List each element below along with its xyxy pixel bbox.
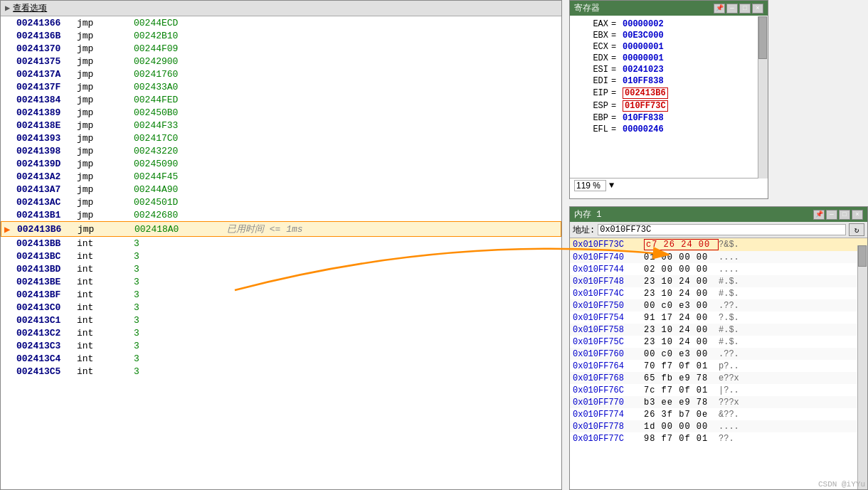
row-mnemonic: jmp xyxy=(77,18,134,28)
mem-row-address: 0x010FF73C xyxy=(573,240,644,250)
disasm-row[interactable]: 002413C2int3 xyxy=(1,326,561,339)
mem-scrollbar-thumb[interactable] xyxy=(858,245,867,267)
reg-scrollbar[interactable] xyxy=(758,16,768,179)
memory-row[interactable]: 0x010FF74001 00 00 00.... xyxy=(570,251,867,263)
mem-addr-input[interactable] xyxy=(598,224,846,235)
row-mnemonic: int xyxy=(77,341,134,351)
mem-row-address: 0x010FF74C xyxy=(573,289,644,299)
memory-panel: 内存 1 📌 ─ □ × 地址: ↻ 0x010FF73Cc7 26 24 00… xyxy=(569,206,868,490)
register-row[interactable]: ESI = 00241023 xyxy=(576,64,762,75)
disasm-row[interactable]: 00241375jmp00242900 xyxy=(1,55,561,68)
disasm-row[interactable]: 00241389jmp002450B0 xyxy=(1,106,561,119)
register-equals: = xyxy=(611,65,623,75)
disasm-row[interactable]: 002413BCint3 xyxy=(1,250,561,262)
memory-row[interactable]: 0x010FF74402 00 00 00.... xyxy=(570,263,867,275)
reg-maximize-button[interactable]: □ xyxy=(739,4,751,14)
row-address: 002413C3 xyxy=(16,341,77,351)
disasm-row[interactable]: 00241398jmp00243220 xyxy=(1,144,561,157)
reg-minimize-button[interactable]: ─ xyxy=(726,4,738,14)
disasm-row[interactable]: 0024138Ejmp00244F33 xyxy=(1,119,561,132)
mem-scrollbar[interactable] xyxy=(857,245,867,489)
mem-addr-bar: 地址: ↻ xyxy=(570,222,867,238)
mem-row-ascii: e??x xyxy=(719,373,739,383)
disasm-row[interactable]: 0024136Bjmp00242B10 xyxy=(1,29,561,42)
memory-row[interactable]: 0x010FF75823 10 24 00#.$. xyxy=(570,324,867,336)
reg-close-button[interactable]: × xyxy=(752,4,763,14)
mem-refresh-button[interactable]: ↻ xyxy=(849,223,864,236)
disasm-row[interactable]: 002413C0int3 xyxy=(1,301,561,314)
register-row[interactable]: EAX = 00000002 xyxy=(576,18,762,30)
memory-row[interactable]: 0x010FF77426 3f b7 0e&??. xyxy=(570,408,867,420)
memory-row[interactable]: 0x010FF74823 10 24 00#.$. xyxy=(570,275,867,287)
mem-close-button[interactable]: × xyxy=(852,210,863,220)
disasm-row[interactable]: 002413C1int3 xyxy=(1,314,561,326)
row-mnemonic: int xyxy=(77,315,134,326)
memory-row[interactable]: 0x010FF770b3 ee e9 78???x xyxy=(570,396,867,408)
zoom-dropdown-icon[interactable]: ▼ xyxy=(609,181,614,191)
disasm-row[interactable]: 002413A2jmp00244F45 xyxy=(1,170,561,183)
mem-row-address: 0x010FF76C xyxy=(573,385,644,395)
reg-pin-button[interactable]: 📌 xyxy=(714,4,725,14)
disasm-row[interactable]: 002413B1jmp00242680 xyxy=(1,208,561,221)
disasm-row[interactable]: 002413BDint3 xyxy=(1,262,561,275)
reg-scrollbar-thumb[interactable] xyxy=(758,16,767,59)
row-operand: 3 xyxy=(134,302,226,313)
disasm-row[interactable]: 00241393jmp002417C0 xyxy=(1,132,561,144)
disasm-row[interactable]: 002413BBint3 xyxy=(1,237,561,250)
disasm-row[interactable]: 002413C5int3 xyxy=(1,365,561,378)
view-options-label[interactable]: 查看选项 xyxy=(13,2,47,14)
memory-row[interactable]: 0x010FF77C98 f7 0f 01??. xyxy=(570,432,867,444)
disasm-row[interactable]: 002413BFint3 xyxy=(1,288,561,301)
register-row[interactable]: EIP = 002413B6 xyxy=(576,87,762,100)
row-mnemonic: jmp xyxy=(78,224,134,235)
disasm-row[interactable]: 00241384jmp00244FED xyxy=(1,93,561,106)
row-operand: 00241760 xyxy=(134,69,226,80)
mem-row-ascii: #.$. xyxy=(719,337,739,347)
disasm-row[interactable]: 002413C3int3 xyxy=(1,339,561,352)
register-row[interactable]: EDI = 010FF838 xyxy=(576,75,762,87)
disasm-row[interactable]: 0024139Djmp00245090 xyxy=(1,157,561,170)
mem-panel-controls[interactable]: 📌 ─ □ × xyxy=(813,210,863,220)
memory-row[interactable]: 0x010FF75C23 10 24 00#.$. xyxy=(570,336,867,348)
disasm-row[interactable]: 002413BEint3 xyxy=(1,275,561,288)
mem-row-hex: 91 17 24 00 xyxy=(644,313,719,323)
register-row[interactable]: ESP = 010FF73C xyxy=(576,100,762,112)
memory-row[interactable]: 0x010FF7781d 00 00 00.... xyxy=(570,420,867,432)
mem-row-ascii: ?.$. xyxy=(719,313,739,323)
reg-panel-controls[interactable]: 📌 ─ □ × xyxy=(714,4,763,14)
register-row[interactable]: EDX = 00000001 xyxy=(576,53,762,64)
mem-maximize-button[interactable]: □ xyxy=(839,210,850,220)
register-row[interactable]: ECX = 00000001 xyxy=(576,41,762,53)
disasm-row[interactable]: 00241366jmp00244ECD xyxy=(1,16,561,29)
memory-row[interactable]: 0x010FF76470 f7 0f 01p?.. xyxy=(570,360,867,372)
disasm-row[interactable]: 0024137Fjmp002433A0 xyxy=(1,80,561,93)
mem-minimize-button[interactable]: ─ xyxy=(826,210,837,220)
memory-row[interactable]: 0x010FF74C23 10 24 00#.$. xyxy=(570,287,867,299)
mem-row-hex: 23 10 24 00 xyxy=(644,337,719,347)
row-address: 002413C1 xyxy=(16,315,77,326)
row-comment: 已用时间 <= 1ms xyxy=(227,223,303,235)
mem-row-ascii: |?.. xyxy=(719,385,739,395)
mem-pin-button[interactable]: 📌 xyxy=(813,210,825,220)
row-mnemonic: jmp xyxy=(77,43,134,54)
mem-row-address: 0x010FF758 xyxy=(573,325,644,335)
disasm-row[interactable]: 002413ACjmp0024501D xyxy=(1,196,561,208)
disasm-row[interactable]: 00241370jmp00244F09 xyxy=(1,42,561,55)
row-address: 002413BF xyxy=(16,289,77,300)
zoom-input[interactable] xyxy=(574,180,606,191)
memory-row[interactable]: 0x010FF76865 fb e9 78e??x xyxy=(570,372,867,384)
disasm-row[interactable]: 002413A7jmp00244A90 xyxy=(1,183,561,196)
disasm-row[interactable]: 0024137Ajmp00241760 xyxy=(1,68,561,80)
memory-row[interactable]: 0x010FF73Cc7 26 24 00?&$. xyxy=(570,238,867,251)
register-row[interactable]: EBP = 010FF838 xyxy=(576,112,762,124)
row-mnemonic: jmp xyxy=(77,197,134,208)
mem-row-ascii: .... xyxy=(719,422,739,432)
memory-row[interactable]: 0x010FF76C7c f7 0f 01|?.. xyxy=(570,384,867,396)
memory-row[interactable]: 0x010FF76000 c0 e3 00.??. xyxy=(570,348,867,360)
register-row[interactable]: EFL = 00000246 xyxy=(576,124,762,135)
register-row[interactable]: EBX = 00E3C000 xyxy=(576,30,762,41)
disasm-row[interactable]: ▶002413B6jmp002418A0已用时间 <= 1ms xyxy=(1,221,561,237)
memory-row[interactable]: 0x010FF75000 c0 e3 00.??. xyxy=(570,299,867,311)
disasm-row[interactable]: 002413C4int3 xyxy=(1,352,561,365)
memory-row[interactable]: 0x010FF75491 17 24 00?.$. xyxy=(570,311,867,324)
